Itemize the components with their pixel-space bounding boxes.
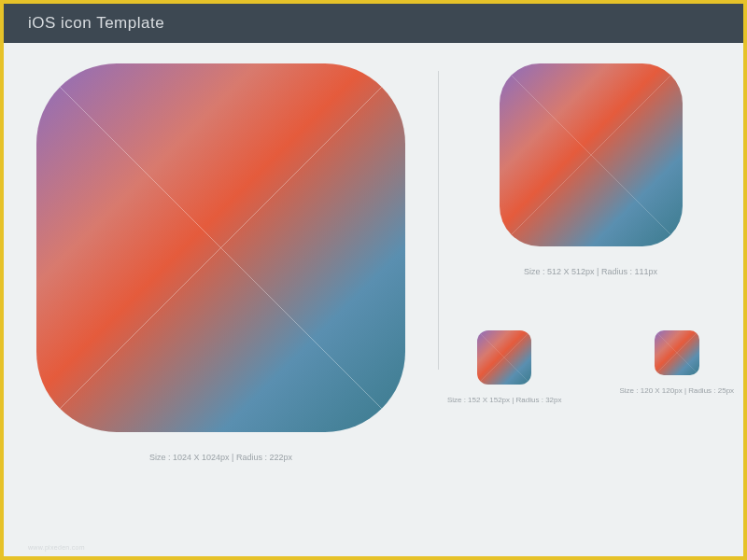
ios-icon-152 <box>477 330 531 385</box>
small-icon-group-152: Size : 152 X 152px | Radius : 32px <box>447 330 562 404</box>
icon-120-caption: Size : 120 X 120px | Radius : 25px <box>620 386 735 395</box>
icon-1024-caption: Size : 1024 X 1024px | Radius : 222px <box>149 453 292 462</box>
icon-152-caption: Size : 152 X 152px | Radius : 32px <box>447 396 562 404</box>
content-area: Size : 1024 X 1024px | Radius : 222px Si… <box>4 43 743 556</box>
medium-icon-group: Size : 512 X 512px | Radius : 111px <box>500 63 683 276</box>
vertical-divider <box>438 71 439 370</box>
ios-icon-1024 <box>36 63 405 432</box>
icon-512-caption: Size : 512 X 512px | Radius : 111px <box>524 267 657 276</box>
ios-icon-512 <box>500 63 683 246</box>
small-icons-row: Size : 152 X 152px | Radius : 32px Size … <box>447 330 734 404</box>
footer-credit: www.pixeden.com <box>28 544 85 551</box>
page-title: iOS icon Template <box>28 14 164 33</box>
left-panel: Size : 1024 X 1024px | Radius : 222px <box>4 43 438 556</box>
small-icon-group-120: Size : 120 X 120px | Radius : 25px <box>620 330 735 404</box>
ios-icon-120 <box>655 330 699 375</box>
right-panel: Size : 512 X 512px | Radius : 111px Size… <box>438 43 743 556</box>
header-bar: iOS icon Template <box>4 4 743 43</box>
